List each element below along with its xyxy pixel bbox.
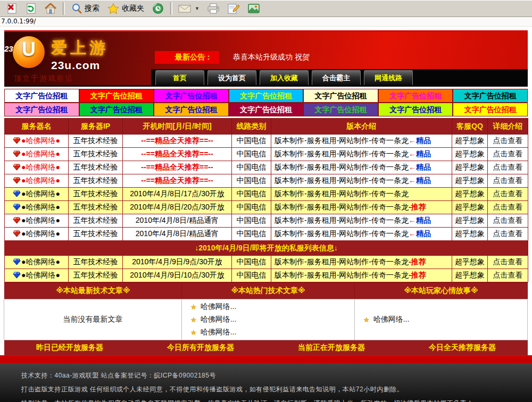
text-ad-link[interactable]: 文字广告位招租 (154, 103, 229, 116)
text-ad-link[interactable]: 文字广告位招租 (4, 89, 79, 103)
nav-button-加入收藏[interactable]: 加入收藏 (260, 70, 309, 85)
server-name-cell[interactable]: ●哈佛网络● (5, 188, 69, 201)
open-time-cell: 2010年/4月/8日/20点/30开放 (123, 201, 232, 214)
detail-cell: 点击查看 (488, 214, 528, 228)
line-type-cell: 中国电信 (232, 228, 271, 241)
server-name: ●哈佛网络● (21, 163, 60, 171)
mail-dropdown-arrow[interactable]: ▼ (195, 6, 200, 11)
text-ad-link[interactable]: 文字广告位招租 (378, 103, 453, 116)
version-tag-jingpin: 精品 (416, 176, 431, 185)
mail-button[interactable]: ▼ (174, 3, 203, 14)
detail-link[interactable]: 点击查看 (493, 229, 523, 238)
server-name: ●哈佛网络● (21, 136, 60, 145)
server-row: ●哈佛网络●五年技术经验2010年/4月/9日/10点/30开放中国电信版本制作… (5, 269, 528, 282)
server-name-cell[interactable]: ●哈佛网络● (5, 228, 69, 241)
server-name-cell[interactable]: ●哈佛网络● (5, 161, 69, 174)
article-link[interactable]: ★哈佛网络... (182, 326, 354, 339)
article-title: 哈佛网络... (373, 315, 410, 324)
nav-button-合击霸主[interactable]: 合击霸主 (312, 70, 361, 85)
version-text: 版本制作-服务租用-网站制作-传奇一条龙 (275, 216, 409, 224)
article-section-headers: ※本站最新技术文章※※本站热门技术文章※※本站玩家心情故事※ (4, 282, 528, 299)
text-ad-link[interactable]: 文字广告位招租 (154, 89, 229, 103)
server-row: ●哈佛网络●五年技术经验2010年/4月/8日/20点/30开放中国电信版本制作… (5, 201, 528, 214)
text-ad-link[interactable]: 文字广告位招租 (4, 103, 79, 116)
nav-button-网通线路[interactable]: 网通线路 (364, 70, 413, 85)
nav-button-首页[interactable]: 首页 (155, 70, 204, 85)
server-name-cell[interactable]: ●哈佛网络● (5, 269, 69, 282)
server-name: ●哈佛网络● (21, 189, 60, 198)
blue-gem-icon (13, 257, 21, 266)
site-slogan: 顶立于游戏前沿 (14, 74, 73, 83)
article-section-title: ※本站玩家心情故事※ (355, 282, 528, 299)
article-link[interactable]: ★哈佛网络... (355, 313, 527, 326)
home-button[interactable] (40, 2, 61, 15)
footer-notice-line: 特别注意：本站所有信息均为程序自动采集自互联网搜索引擎，信息真实性无从验证，请自… (21, 399, 527, 402)
detail-link[interactable]: 点击查看 (493, 136, 523, 145)
announcement-label: 最新公告： (155, 51, 219, 64)
server-ip-cell: 五年技术经验 (69, 228, 123, 241)
open-time-cell: 2010年/4月/8日/精品通宵 (123, 214, 232, 228)
bottom-nav: 昨日已经开放服务器今日所有开放服务器当前正在开放服务器今日全天推荐服务器 (4, 340, 528, 355)
text-ad-link[interactable]: 文字广告位招租 (79, 89, 154, 103)
detail-link[interactable]: 点击查看 (493, 216, 523, 224)
edit-button[interactable] (223, 2, 244, 15)
text-ad-link[interactable]: 文字广告位招租 (79, 103, 154, 116)
text-ad-link[interactable]: 文字广告位招租 (378, 89, 453, 103)
nav-button-设为首页[interactable]: 设为首页 (207, 70, 256, 85)
bottom-nav-link[interactable]: 当前正在开放服务器 (266, 343, 397, 353)
server-ip-cell: 五年技术经验 (69, 174, 123, 188)
text-ad-link[interactable]: 文字广告位招租 (229, 103, 304, 116)
detail-link[interactable]: 点击查看 (493, 149, 523, 158)
server-ip-cell: 五年技术经验 (69, 148, 123, 161)
address-bar[interactable]: 7.0.0.1:99/ (0, 17, 532, 27)
site-logo[interactable]: 23 U 爱上游 23u.com (13, 36, 109, 72)
bottom-nav-link[interactable]: 今日全天推荐服务器 (397, 343, 528, 353)
stop-button[interactable] (2, 2, 21, 15)
detail-link[interactable]: 点击查看 (493, 189, 523, 198)
text-ad-link[interactable]: 文字广告位招租 (453, 103, 528, 116)
server-name-cell[interactable]: ●哈佛网络● (5, 256, 69, 269)
favorites-button[interactable]: 收藏夹 (103, 2, 148, 15)
text-ad-link[interactable]: 文字广告位招租 (453, 89, 528, 103)
server-name-cell[interactable]: ●哈佛网络● (5, 174, 69, 188)
version-cell: 版本制作-服务租用-网站制作-传奇一条龙←精品 (271, 214, 452, 228)
server-ip-cell: 五年技术经验 (69, 269, 123, 282)
print-button[interactable] (203, 2, 223, 15)
version-text: 版本制作-服务租用-网站制作-传奇一条龙 (275, 203, 409, 211)
star-bullet-icon: ★ (190, 329, 197, 337)
detail-link[interactable]: 点击查看 (493, 176, 523, 185)
text-ad-link[interactable]: 文字广告位招租 (303, 103, 378, 116)
server-name-cell[interactable]: ●哈佛网络● (5, 148, 69, 161)
version-text: 版本制作-服务租用-网站制作-传奇一条龙 (275, 163, 409, 171)
upcoming-separator-text: ↓2010年/4月/9日/即将开放的私服列表信息↓ (5, 241, 528, 256)
media-icon (247, 3, 260, 14)
article-link[interactable]: ★哈佛网络... (182, 300, 354, 313)
detail-link[interactable]: 点击查看 (493, 271, 523, 279)
server-name-cell[interactable]: ●哈佛网络● (5, 214, 69, 228)
red-gem-icon (13, 149, 21, 158)
media-button[interactable] (244, 2, 264, 15)
bottom-nav-link[interactable]: 今日所有开放服务器 (135, 343, 266, 353)
ad-row: 文字广告位招租文字广告位招租文字广告位招租文字广告位招租文字广告位招租文字广告位… (4, 103, 528, 116)
server-name-cell[interactable]: ●哈佛网络● (5, 135, 69, 148)
bottom-nav-link[interactable]: 昨日已经开放服务器 (4, 343, 135, 353)
history-button[interactable] (148, 2, 168, 15)
server-name-cell[interactable]: ●哈佛网络● (5, 201, 69, 214)
text-ad-link[interactable]: 文字广告位招租 (303, 89, 378, 103)
detail-link[interactable]: 点击查看 (493, 257, 523, 266)
version-tag-jingpin: 精品 (416, 216, 431, 224)
server-row: ●哈佛网络●五年技术经验2010年/4月/9日/9点/30开放中国电信版本制作-… (5, 256, 528, 269)
detail-link[interactable]: 点击查看 (493, 163, 523, 171)
no-articles-message: 当前没有最新文章 (4, 315, 181, 324)
search-button[interactable]: 搜索 (67, 2, 103, 15)
detail-link[interactable]: 点击查看 (493, 203, 523, 211)
detail-cell: 点击查看 (488, 174, 528, 188)
article-link[interactable]: ★哈佛网络... (182, 313, 354, 326)
server-name: ●哈佛网络● (21, 257, 60, 266)
refresh-button[interactable] (21, 2, 40, 15)
detail-cell: 点击查看 (488, 161, 528, 174)
logo-letter: U (13, 38, 45, 61)
red-gem-icon (13, 229, 21, 238)
server-ip-cell: 五年技术经验 (69, 188, 123, 201)
text-ad-link[interactable]: 文字广告位招租 (229, 89, 304, 103)
